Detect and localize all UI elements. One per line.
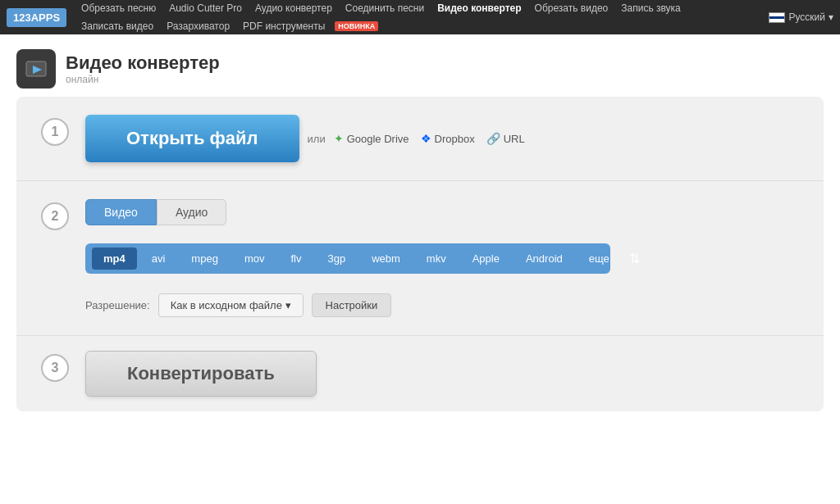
step-3: 3 Конвертировать <box>16 336 824 411</box>
google-drive-icon: ✦ <box>334 132 344 145</box>
step-1: 1 Открыть файл или ✦ Google Drive ❖ Drop… <box>16 97 824 181</box>
resolution-select[interactable]: Как в исходном файле ▾ <box>158 293 304 317</box>
navbar: 123APPS Обрезать песню Audio Cutter Pro … <box>0 0 840 34</box>
format-mpeg[interactable]: mpeg <box>180 247 230 270</box>
cloud-links: ✦ Google Drive ❖ Dropbox 🔗 URL <box>334 132 525 145</box>
format-webm[interactable]: webm <box>360 247 412 270</box>
main-container: 1 Открыть файл или ✦ Google Drive ❖ Drop… <box>16 97 824 411</box>
nav-pdf-group: PDF инструменты НОВИНКА <box>236 17 378 35</box>
format-mov[interactable]: mov <box>233 247 276 270</box>
format-tabs: Видео Аудио <box>85 199 226 225</box>
page-header: Видео конвертер онлайн <box>0 34 840 97</box>
nav-unarchiver[interactable]: Разархиватор <box>160 17 236 35</box>
step-2-content: Видео Аудио mp4 avi mpeg mov flv 3gp web… <box>85 199 799 317</box>
format-android[interactable]: Android <box>514 247 574 270</box>
settings-button[interactable]: Настройки <box>312 293 392 317</box>
format-3gp[interactable]: 3gp <box>316 247 357 270</box>
step-2: 2 Видео Аудио mp4 avi mpeg mov flv 3gp w… <box>16 181 824 336</box>
nav-pdf-tools[interactable]: PDF инструменты <box>236 17 331 35</box>
step-1-content: Открыть файл или ✦ Google Drive ❖ Dropbo… <box>85 115 799 162</box>
format-mkv[interactable]: mkv <box>415 247 458 270</box>
page-title: Видео конвертер <box>66 52 220 74</box>
resolution-value: Как в исходном файле <box>171 299 282 311</box>
google-drive-label: Google Drive <box>347 133 409 145</box>
format-mp4[interactable]: mp4 <box>92 247 137 270</box>
app-logo[interactable]: 123APPS <box>7 8 66 27</box>
convert-button[interactable]: Конвертировать <box>85 351 317 397</box>
nav-audio-cutter[interactable]: Audio Cutter Pro <box>162 0 249 17</box>
nav-audio-converter[interactable]: Аудио конвертер <box>249 0 339 17</box>
google-drive-link[interactable]: ✦ Google Drive <box>334 132 409 145</box>
resolution-label: Разрешение: <box>85 299 150 311</box>
format-avi[interactable]: avi <box>140 247 177 270</box>
nav-video-converter[interactable]: Видео конвертер <box>431 0 527 17</box>
language-selector[interactable]: Русский ▾ <box>769 11 833 23</box>
format-flv[interactable]: flv <box>279 247 313 270</box>
tab-audio[interactable]: Аудио <box>157 199 227 225</box>
step-3-number: 3 <box>41 354 69 382</box>
resolution-row: Разрешение: Как в исходном файле ▾ Настр… <box>85 293 391 317</box>
nav-links: Обрезать песню Audio Cutter Pro Аудио ко… <box>75 0 769 35</box>
format-more[interactable]: еще <box>578 247 621 270</box>
dropdown-arrow-icon: ▾ <box>285 299 291 311</box>
chevron-down-icon: ▾ <box>829 11 833 23</box>
url-icon: 🔗 <box>486 132 500 145</box>
url-label: URL <box>504 133 525 145</box>
nav-trim-video[interactable]: Обрезать видео <box>528 0 615 17</box>
dropbox-label: Dropbox <box>435 133 475 145</box>
url-link[interactable]: 🔗 URL <box>486 132 525 145</box>
app-icon <box>16 49 56 89</box>
flag-icon <box>769 12 785 23</box>
nav-record-video[interactable]: Записать видео <box>75 17 160 35</box>
dropbox-icon: ❖ <box>421 132 431 145</box>
nav-trim-song[interactable]: Обрезать песню <box>75 0 162 17</box>
nav-record-audio[interactable]: Запись звука <box>614 0 687 17</box>
format-bar: mp4 avi mpeg mov flv 3gp webm mkv Apple … <box>85 243 610 274</box>
open-file-button[interactable]: Открыть файл <box>85 115 299 162</box>
format-scroll-btn[interactable]: ⇅ <box>624 249 645 268</box>
tab-video[interactable]: Видео <box>85 199 157 225</box>
step-3-content: Конвертировать <box>85 351 799 397</box>
title-group: Видео конвертер онлайн <box>66 52 220 85</box>
page-subtitle: онлайн <box>66 74 220 85</box>
step-1-number: 1 <box>41 118 69 146</box>
step-2-number: 2 <box>41 202 69 230</box>
or-text: или <box>308 133 326 145</box>
format-apple[interactable]: Apple <box>461 247 511 270</box>
nav-join-songs[interactable]: Соединить песни <box>339 0 431 17</box>
dropbox-link[interactable]: ❖ Dropbox <box>421 132 475 145</box>
new-badge: НОВИНКА <box>335 21 378 31</box>
lang-label: Русский <box>788 11 825 23</box>
